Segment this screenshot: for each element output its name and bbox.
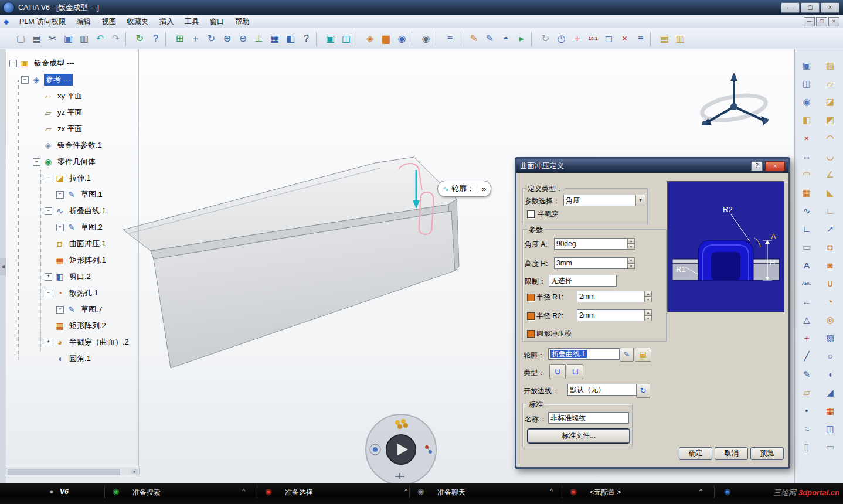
section-icon[interactable]: ◧	[799, 112, 815, 128]
datum-icon[interactable]: △	[799, 312, 815, 328]
tree-item-rect-pattern-2[interactable]: +▦矩形阵列.2	[7, 318, 133, 334]
update-icon[interactable]: ↻	[132, 31, 147, 46]
dxf-export-icon[interactable]: ▭	[799, 239, 815, 255]
measure-update-icon[interactable]: 10.1	[586, 31, 600, 46]
surface-stamp-icon[interactable]: ◙	[822, 257, 838, 273]
tree-expander[interactable]: +	[56, 224, 64, 231]
grid-icon[interactable]: ▦	[799, 185, 815, 200]
pencil-tool-icon[interactable]: ✎	[799, 366, 815, 382]
spline-icon[interactable]: ∿	[799, 203, 815, 219]
arc-tool-icon[interactable]: ◠	[799, 166, 815, 182]
type-closed-button[interactable]: ∪	[549, 364, 566, 379]
bin-icon[interactable]: ▯	[799, 439, 815, 455]
axis-system-icon[interactable]: ＋	[799, 330, 815, 346]
conical-bend-icon[interactable]: ◣	[822, 185, 838, 200]
delete-tool-icon[interactable]: ×	[617, 31, 632, 46]
navigation-wheel[interactable]	[359, 407, 447, 495]
r1-spinner[interactable]: ▲▼	[644, 291, 652, 302]
clock-icon[interactable]: ◷	[554, 31, 569, 46]
profile-tooltip[interactable]: ∿ 轮廓： »	[437, 181, 491, 197]
simulation-icon[interactable]: ≡	[443, 31, 457, 46]
tree-item-sketch-7[interactable]: +✎草图.7	[7, 301, 133, 318]
normal-view-icon[interactable]: ⊥	[251, 31, 266, 46]
sweep-icon[interactable]: ≈	[799, 421, 815, 437]
redo-icon[interactable]: ↷	[108, 31, 123, 46]
leader-icon[interactable]: ←	[799, 294, 815, 309]
search-status-collapse-icon[interactable]: ^	[242, 488, 245, 495]
chat-status-collapse-icon[interactable]: ^	[550, 488, 553, 495]
tree-item-zx-plane[interactable]: +▱zx 平面	[7, 121, 133, 137]
param-select-value[interactable]: 角度	[563, 195, 637, 206]
scrollbar-arrow-icon[interactable]: ▸	[131, 469, 138, 474]
sketch-tracer-icon[interactable]: ✎	[467, 31, 481, 46]
zoom-out-icon[interactable]: ⊖	[236, 31, 250, 46]
doc-close-button[interactable]: ×	[828, 17, 839, 26]
window-titlebar[interactable]: CATIA V6 - [钣金成型 ---] — ▢ ×	[0, 0, 843, 15]
tree-expander[interactable]: −	[45, 207, 52, 215]
viewpoint-icon[interactable]: ▣	[799, 57, 815, 73]
wall-on-edge-icon[interactable]: ◪	[822, 94, 838, 110]
capture-icon[interactable]: ◫	[799, 76, 815, 91]
status-extra-icon[interactable]: ◉	[724, 487, 730, 496]
tree-item-sketch-1[interactable]: +✎草图.1	[7, 186, 133, 203]
close-button[interactable]: ×	[821, 2, 839, 13]
multi-view-icon[interactable]: ▦	[267, 31, 282, 46]
menu-item-6[interactable]: 窗口	[205, 17, 230, 27]
menu-item-1[interactable]: 编辑	[71, 17, 96, 27]
scrollbar-thumb[interactable]	[8, 469, 120, 475]
mirror-icon[interactable]: ◫	[822, 421, 838, 437]
r1-checkbox[interactable]	[527, 294, 535, 301]
r2-spinner[interactable]: ▲▼	[644, 309, 652, 321]
tree-item-part-body[interactable]: −◉零件几何体	[7, 154, 133, 170]
angle-spinner[interactable]: ▲▼	[627, 238, 635, 250]
cut-icon[interactable]: ✂	[45, 31, 60, 46]
tree-item-surface-stamp[interactable]: +◘曲面冲压.1	[7, 236, 133, 252]
second-screen-icon[interactable]: ◫	[339, 31, 353, 46]
help-icon[interactable]: ?	[299, 31, 314, 46]
open-edge-icon[interactable]: ↻	[636, 384, 650, 398]
cancel-button[interactable]: 取消	[715, 447, 748, 460]
tree-expander[interactable]: +	[45, 273, 52, 281]
point-tool-icon[interactable]: •	[799, 403, 815, 418]
tree-panel-divider[interactable]	[138, 49, 139, 469]
dialog-help-icon[interactable]: ?	[751, 161, 763, 171]
nature-icon[interactable]: ▸	[514, 31, 529, 46]
flanged-hole-icon[interactable]: ◎	[822, 312, 838, 328]
pattern-icon[interactable]: ▦	[822, 403, 838, 418]
new-document-icon[interactable]: ▢	[13, 31, 28, 46]
minimize-button[interactable]: —	[781, 2, 800, 13]
profile-sketch-button[interactable]: ✎	[620, 348, 634, 362]
hole-icon[interactable]: ○	[822, 348, 838, 364]
rotate-view-icon[interactable]: ↻	[204, 31, 219, 46]
clash-icon[interactable]: ×	[799, 130, 815, 146]
tree-item-cutout[interactable]: +◧剪口.2	[7, 268, 133, 285]
axis-icon[interactable]: ＋	[570, 31, 584, 46]
menu-item-0[interactable]: PLM 访问权限	[14, 17, 71, 27]
height-input[interactable]: 3mm	[554, 257, 628, 269]
ok-button[interactable]: 确定	[679, 447, 712, 460]
knowledge-icon[interactable]: ◉	[395, 31, 409, 46]
dialog-titlebar[interactable]: 曲面冲压定义 ? ×	[516, 159, 788, 173]
tree-expander[interactable]: −	[45, 175, 52, 182]
corner-relief-icon[interactable]: ◖	[822, 366, 838, 382]
cutout-icon[interactable]: ▨	[822, 330, 838, 346]
catalog-browser-icon[interactable]: ▤	[657, 31, 672, 46]
paste-icon[interactable]: ▥	[77, 31, 91, 46]
render-style-icon[interactable]: ◧	[283, 31, 298, 46]
doc-restore-button[interactable]: ▢	[816, 17, 827, 26]
menu-item-7[interactable]: 帮助	[230, 17, 255, 27]
point-stamp-icon[interactable]: ◘	[822, 239, 838, 255]
refresh-icon[interactable]: ↻	[538, 31, 553, 46]
profile-clipboard-button[interactable]: ▤	[635, 348, 651, 362]
magnifier-icon[interactable]: ◉	[799, 94, 815, 110]
tree-item-fillet[interactable]: +◖圆角.1	[7, 350, 133, 367]
louver-icon[interactable]: ◔	[822, 294, 838, 309]
half-pierce-checkbox[interactable]	[527, 210, 535, 218]
tree-item-fold-curve[interactable]: −∿折叠曲线.1	[7, 203, 133, 219]
globe-icon[interactable]: ◓	[498, 31, 513, 46]
plane-tool-icon[interactable]: ▱	[799, 384, 815, 400]
fit-all-icon[interactable]: ⊞	[172, 31, 187, 46]
tree-expander[interactable]: −	[33, 158, 40, 166]
param-select-dropdown-icon[interactable]: ▼	[635, 195, 645, 206]
tooltip-expand-icon[interactable]: »	[482, 185, 486, 193]
